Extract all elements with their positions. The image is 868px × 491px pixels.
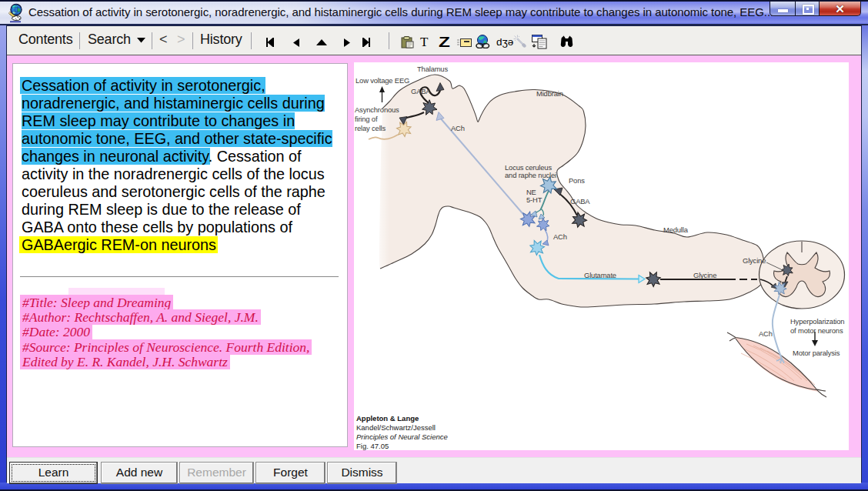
svg-text:Motor paralysis: Motor paralysis	[793, 349, 840, 357]
svg-text:GABA: GABA	[570, 197, 590, 205]
svg-text:Glutamate: Glutamate	[584, 271, 616, 279]
svg-text:and raphe nuclei: and raphe nuclei	[505, 171, 556, 179]
svg-text:firing of: firing of	[355, 115, 378, 123]
svg-text:ACh: ACh	[553, 232, 567, 241]
svg-text:Hyperpolarization: Hyperpolarization	[790, 317, 844, 326]
svg-text:Asynchronous: Asynchronous	[355, 105, 399, 114]
svg-text:Fig. 47.05: Fig. 47.05	[356, 442, 389, 450]
svg-text:Medulla: Medulla	[663, 225, 689, 234]
svg-text:ACh: ACh	[451, 124, 465, 132]
svg-text:Glycine: Glycine	[743, 256, 766, 265]
svg-text:5-HT: 5-HT	[526, 195, 542, 204]
svg-text:Thalamus: Thalamus	[417, 65, 448, 73]
svg-text:Appleton & Lange: Appleton & Lange	[356, 414, 419, 423]
svg-text:Pons: Pons	[569, 176, 585, 185]
svg-text:Midbrain: Midbrain	[536, 89, 563, 98]
svg-text:Kandel/Schwartz/Jessell: Kandel/Schwartz/Jessell	[356, 423, 436, 432]
svg-text:GABA: GABA	[411, 87, 431, 95]
svg-text:of motor neurons: of motor neurons	[790, 326, 843, 335]
svg-text:relay cells: relay cells	[355, 124, 386, 132]
svg-text:Glycine: Glycine	[693, 271, 716, 279]
svg-text:ACh: ACh	[759, 329, 773, 338]
svg-text:Low voltage EEG: Low voltage EEG	[356, 76, 409, 85]
svg-text:Principles of Neural Science: Principles of Neural Science	[356, 433, 448, 441]
